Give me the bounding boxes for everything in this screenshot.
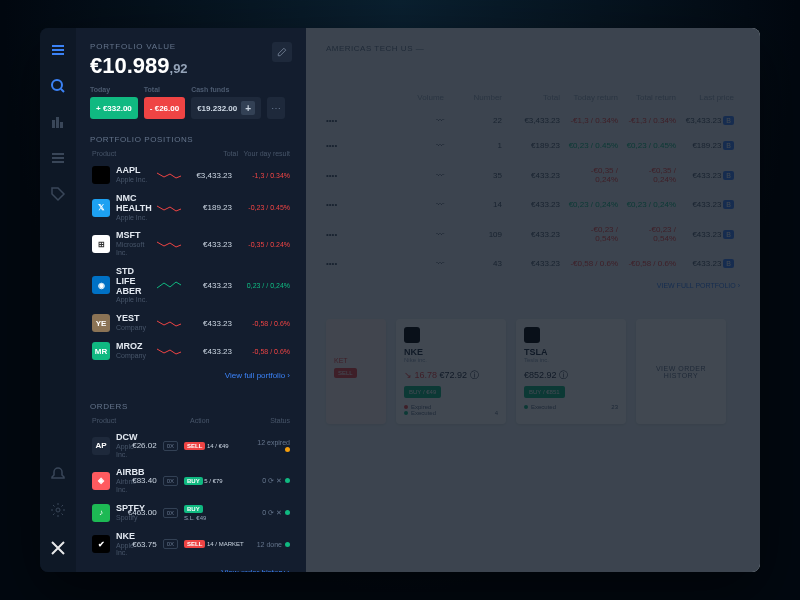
svg-rect-2	[56, 117, 59, 128]
summary-chips: Today+ €332.00 Total- €26.00 Cash funds€…	[90, 97, 292, 119]
svg-rect-6	[52, 161, 64, 163]
main-table: VolumeNumberTotalToday returnTotal retur…	[326, 93, 740, 289]
order-row[interactable]: APDCWApple Inc.€26.020XSELL 14 / €4912 e…	[90, 428, 292, 463]
table-row[interactable]: ••••〰109€433.23-€0,23 / 0,54%-€0,23 / 0,…	[326, 217, 740, 251]
orders-title: ORDERS	[90, 402, 292, 411]
svg-rect-1	[52, 120, 55, 128]
svg-point-0	[52, 80, 62, 90]
position-row[interactable]: 𝕏NMC HEALTHApple Inc.€189.23-0,23 / 0.45…	[90, 189, 292, 226]
position-row[interactable]: ◉STD LIFE ABERApple Inc.€433.230,23 / / …	[90, 262, 292, 309]
stock-card[interactable]: TSLATesla inc. €852.92 ⓘBUY / €851Execut…	[516, 319, 626, 424]
positions-title: PORTFOLIO POSITIONS	[90, 135, 292, 144]
table-row[interactable]: ••••〰1€189.23€0,23 / 0.45%€0,23 / 0.45%€…	[326, 133, 740, 158]
order-row[interactable]: ✔NKEApple Inc.€63.750XSELL 14 / MARKET12…	[90, 527, 292, 562]
portfolio-value-label: PORTFOLIO VALUE	[90, 42, 292, 51]
nav-bell-icon[interactable]	[48, 464, 68, 484]
svg-rect-5	[52, 157, 64, 159]
total-chip[interactable]: Total- €26.00	[144, 97, 185, 119]
more-icon[interactable]: ⋯	[267, 97, 285, 119]
positions-list: AAPLApple Inc.€3,433.23-1,3 / 0.34%𝕏NMC …	[90, 161, 292, 365]
order-row[interactable]: ♪SPTFYSpotify€463.000XBUY S.L. €490 ⟳ ✕	[90, 499, 292, 527]
main-view-portfolio-link[interactable]: VIEW FULL PORTFOLIO ›	[326, 282, 740, 289]
orders-header: Product Action Status	[90, 417, 292, 428]
table-row[interactable]: ••••〰14€433.23€0,23 / 0,24%€0,23 / 0,24%…	[326, 192, 740, 217]
positions-header: Product Total Your day result	[90, 150, 292, 161]
nav-list-icon[interactable]	[48, 148, 68, 168]
order-cards: KET SELL NKENike inc.↘ 16.78 €72.92 ⓘBUY…	[326, 319, 740, 424]
orders-list: APDCWApple Inc.€26.020XSELL 14 / €4912 e…	[90, 428, 292, 562]
nav-menu-icon[interactable]	[48, 40, 68, 60]
svg-rect-3	[60, 122, 63, 128]
nav-search-icon[interactable]	[48, 76, 68, 96]
add-cash-icon[interactable]: +	[241, 101, 255, 115]
stock-card[interactable]: NKENike inc.↘ 16.78 €72.92 ⓘBUY / €49Exp…	[396, 319, 506, 424]
view-history-card[interactable]: VIEW ORDER HISTORY	[636, 319, 726, 424]
svg-rect-4	[52, 153, 64, 155]
portfolio-panel: PORTFOLIO VALUE €10.989,92 Today+ €332.0…	[76, 28, 306, 572]
svg-point-7	[56, 508, 60, 512]
nav-portfolio-icon[interactable]	[48, 112, 68, 132]
order-row[interactable]: ◈AIRBBAirbnb Inc.€83.400XBUY 5 / €790 ⟳ …	[90, 463, 292, 498]
app-window: PORTFOLIO VALUE €10.989,92 Today+ €332.0…	[40, 28, 760, 572]
cash-chip[interactable]: Cash funds€19.232.00+	[191, 97, 261, 119]
table-row[interactable]: ••••〰22€3,433.23-€1,3 / 0.34%-€1,3 / 0.3…	[326, 108, 740, 133]
edit-button[interactable]	[272, 42, 292, 62]
nav-tag-icon[interactable]	[48, 184, 68, 204]
view-orders-link[interactable]: View order history ›	[90, 562, 292, 572]
today-chip[interactable]: Today+ €332.00	[90, 97, 138, 119]
position-row[interactable]: ⊞MSFTMicrosoft Inc.€433.23-0,35 / 0.24%	[90, 226, 292, 261]
main-area: AMERICAS TECH US — VolumeNumberTotalToda…	[306, 28, 760, 572]
table-row[interactable]: ••••〰35€433.23-€0,35 / 0,24%-€0,35 / 0,2…	[326, 158, 740, 192]
close-panel-icon[interactable]	[46, 536, 70, 560]
nav-rail	[40, 28, 76, 572]
position-row[interactable]: MRMROZCompany€433.23-0,58 / 0.6%	[90, 337, 292, 365]
view-portfolio-link[interactable]: View full portfolio ›	[90, 365, 292, 386]
breadcrumb: AMERICAS TECH US —	[326, 44, 740, 53]
position-row[interactable]: AAPLApple Inc.€3,433.23-1,3 / 0.34%	[90, 161, 292, 189]
portfolio-value: €10.989,92	[90, 53, 292, 79]
position-row[interactable]: YEYESTCompany€433.23-0,58 / 0.6%	[90, 309, 292, 337]
ket-card: KET SELL	[326, 319, 386, 424]
table-row[interactable]: ••••〰43€433.23-€0,58 / 0.6%-€0,58 / 0.6%…	[326, 251, 740, 276]
nav-settings-icon[interactable]	[48, 500, 68, 520]
